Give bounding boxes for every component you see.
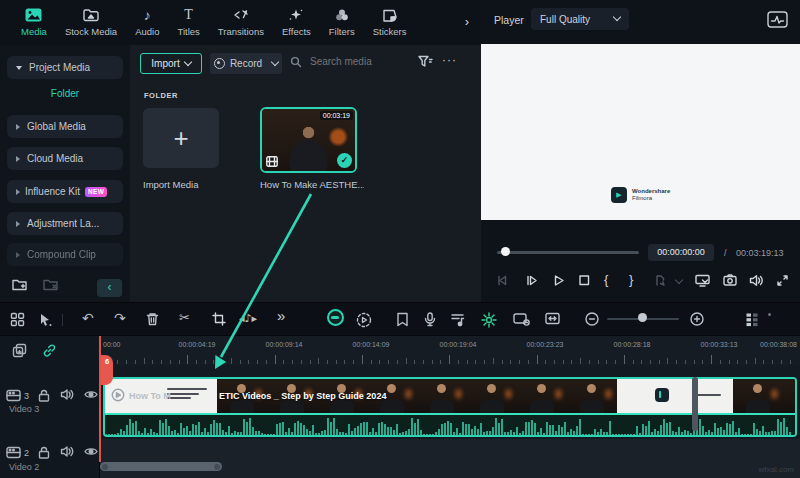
waveform-bar bbox=[630, 434, 632, 436]
timeline-zoom-handle[interactable] bbox=[638, 313, 647, 322]
mark-out-icon[interactable]: } bbox=[629, 272, 633, 287]
crop-icon[interactable] bbox=[212, 312, 226, 326]
sidebar-item-adjustment-layer[interactable]: Adjustment La... bbox=[7, 212, 123, 235]
waveform-bar bbox=[246, 422, 248, 435]
select-cursor-icon[interactable] bbox=[38, 312, 53, 327]
waveform-bar bbox=[618, 434, 620, 436]
lock-track-icon[interactable] bbox=[38, 389, 50, 402]
link-icon[interactable] bbox=[42, 343, 57, 358]
waveform-bar bbox=[456, 428, 458, 435]
more-options-button[interactable]: ··· bbox=[442, 53, 457, 67]
filter-icon[interactable] bbox=[418, 55, 433, 69]
tab-stickers[interactable]: Stickers bbox=[364, 8, 416, 37]
sidebar-item-folder[interactable]: Folder bbox=[0, 88, 130, 99]
tab-titles[interactable]: T Titles bbox=[168, 8, 208, 37]
next-frame-icon[interactable] bbox=[525, 274, 538, 287]
video-track-icon[interactable] bbox=[6, 389, 21, 402]
ai-mask-icon[interactable] bbox=[327, 309, 344, 326]
ruler-tick bbox=[694, 360, 695, 364]
volume-icon[interactable] bbox=[749, 274, 764, 287]
mute-track-icon[interactable] bbox=[60, 445, 74, 458]
import-button[interactable]: Import bbox=[140, 53, 202, 74]
record-button[interactable]: Record bbox=[210, 53, 282, 74]
sidebar-item-project-media[interactable]: Project Media bbox=[7, 56, 123, 79]
stop-icon[interactable] bbox=[578, 274, 590, 286]
timeline-ruler[interactable]: 00:00 00:00:04:19 00:00:09:14 00:00:14:0… bbox=[100, 336, 800, 365]
screen-recorder-icon[interactable] bbox=[513, 312, 530, 326]
toolbar-divider bbox=[62, 314, 63, 326]
waveform-bar bbox=[405, 431, 407, 435]
fit-timeline-icon[interactable] bbox=[545, 312, 560, 325]
play-icon[interactable] bbox=[552, 274, 565, 287]
seek-handle[interactable] bbox=[501, 247, 510, 256]
sidebar-item-compound-clip[interactable]: Compound Clip bbox=[7, 243, 123, 266]
mute-track-icon[interactable] bbox=[60, 388, 74, 401]
waveform-bar bbox=[153, 432, 155, 435]
audio-transition-icon[interactable]: ◂♪▸ bbox=[239, 311, 257, 327]
hide-track-icon[interactable] bbox=[84, 389, 98, 400]
smart-scene-cut-icon[interactable] bbox=[481, 312, 497, 328]
fullscreen-icon[interactable] bbox=[776, 274, 789, 287]
audio-stretch-icon[interactable] bbox=[450, 312, 465, 327]
search-box bbox=[290, 55, 402, 68]
waveform-bar bbox=[408, 429, 410, 435]
tab-stock-media[interactable]: Stock Media bbox=[56, 8, 126, 37]
mark-in-icon[interactable]: { bbox=[604, 272, 608, 287]
ruler-label: 00:00:33:13 bbox=[701, 341, 738, 348]
search-icon bbox=[290, 56, 302, 68]
marker-icon[interactable] bbox=[396, 312, 409, 327]
display-device-icon[interactable] bbox=[695, 274, 710, 287]
duplicate-icon[interactable] bbox=[12, 343, 27, 358]
zoom-in-icon[interactable] bbox=[690, 312, 704, 326]
waveform-bar bbox=[438, 429, 440, 435]
ruler-tick bbox=[763, 360, 764, 364]
vertical-scrollbar[interactable] bbox=[692, 377, 698, 431]
quality-dropdown[interactable]: Full Quality bbox=[531, 8, 629, 30]
caret-right-icon bbox=[16, 124, 20, 130]
track-manager-icon[interactable] bbox=[745, 312, 759, 328]
tab-media[interactable]: Media bbox=[12, 8, 56, 37]
render-preview-icon[interactable] bbox=[653, 274, 666, 287]
waveform-bar bbox=[210, 424, 212, 435]
voiceover-mic-icon[interactable] bbox=[424, 312, 436, 327]
tabs-overflow-chevron[interactable]: › bbox=[465, 14, 469, 29]
snapshot-icon[interactable] bbox=[723, 274, 737, 286]
media-panel: Import Record ··· FOLDER + Import Media … bbox=[130, 45, 481, 302]
import-media-tile[interactable]: + bbox=[143, 108, 219, 168]
tab-transitions[interactable]: Transitions bbox=[209, 8, 273, 37]
waveform-bar bbox=[348, 424, 350, 435]
video-track-icon[interactable] bbox=[6, 446, 21, 459]
split-icon[interactable]: ✂ bbox=[179, 310, 190, 326]
hide-track-icon[interactable] bbox=[84, 446, 98, 457]
sidebar-item-global-media[interactable]: Global Media bbox=[7, 115, 123, 138]
seek-bar[interactable] bbox=[497, 251, 639, 254]
edit-toolbar: ↶ ↷ ✂ ◂♪▸ » bbox=[0, 302, 800, 336]
sidebar-item-cloud-media[interactable]: Cloud Media bbox=[7, 147, 123, 170]
search-input[interactable] bbox=[308, 55, 402, 68]
delete-folder-icon[interactable] bbox=[43, 278, 58, 291]
new-folder-icon[interactable] bbox=[12, 278, 27, 291]
sidebar-item-influence-kit[interactable]: Influence Kit NEW bbox=[7, 180, 123, 203]
video-clip-tile[interactable]: 00:03:19 ✓ bbox=[260, 107, 357, 173]
render-preview-play-icon[interactable] bbox=[356, 312, 372, 328]
waveform-bar bbox=[135, 421, 137, 435]
ruler-tick bbox=[161, 360, 162, 364]
media-grid-icon[interactable] bbox=[10, 312, 25, 327]
delete-icon[interactable] bbox=[146, 312, 159, 326]
undo-icon[interactable]: ↶ bbox=[82, 310, 94, 326]
collapse-sidebar-button[interactable]: ‹ bbox=[97, 279, 122, 297]
zoom-out-icon[interactable] bbox=[585, 312, 599, 326]
waveform-bar bbox=[675, 432, 677, 435]
scopes-icon[interactable] bbox=[767, 11, 788, 28]
redo-icon[interactable]: ↷ bbox=[114, 310, 126, 326]
tab-filters[interactable]: Filters bbox=[320, 8, 364, 37]
tab-audio[interactable]: ♪ Audio bbox=[126, 8, 168, 37]
more-tools-icon[interactable]: » bbox=[277, 308, 285, 324]
playhead-marker[interactable]: 6 bbox=[101, 355, 113, 385]
tab-effects[interactable]: Effects bbox=[273, 8, 320, 37]
lock-track-icon[interactable] bbox=[38, 446, 50, 459]
previous-frame-icon[interactable] bbox=[496, 274, 509, 287]
horizontal-scrollbar[interactable] bbox=[100, 462, 222, 471]
waveform-bar bbox=[141, 433, 143, 435]
chevron-down-icon[interactable] bbox=[675, 276, 683, 284]
